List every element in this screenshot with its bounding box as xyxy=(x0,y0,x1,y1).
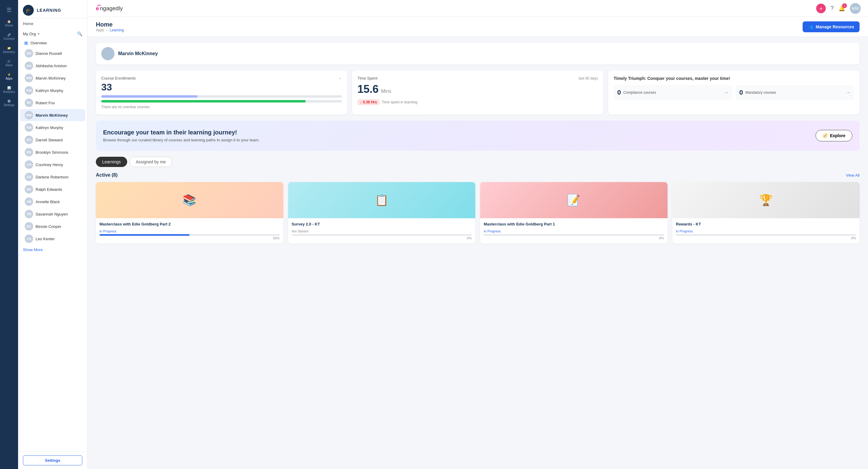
card-status: Not Started xyxy=(292,229,472,233)
logo: e ngagedly xyxy=(95,3,134,13)
time-spent-card: Time Spent last 90 days 15.6 Mins ↓ 0.38… xyxy=(352,70,603,115)
overview-label: Overview xyxy=(30,41,47,45)
sidebar-user-item[interactable]: CH Courtney Henry xyxy=(20,159,85,170)
sidebar-user-name: Brooklyn Simmons xyxy=(36,150,68,155)
nav-directory[interactable]: 📁 Directory xyxy=(0,43,18,57)
sidebar-user-name: Leo Kenter xyxy=(36,237,55,241)
course-card[interactable]: 📋 Survey 2.0 - KT Not Started 0% xyxy=(288,182,475,244)
add-button[interactable]: ＋ xyxy=(816,4,826,13)
hamburger-menu[interactable]: ☰ xyxy=(7,3,11,17)
sidebar-user-item[interactable]: DS Darrell Steward xyxy=(20,134,85,146)
time-spent-badge: ↓ 0.38 Hrs xyxy=(358,99,379,105)
sidebar-user-name: Courtney Henry xyxy=(36,162,63,167)
explore-label: Explore xyxy=(830,133,845,138)
sidebar-user-item[interactable]: RF Robert Fox xyxy=(20,97,85,109)
explore-button[interactable]: 🧭 Explore xyxy=(815,130,852,142)
sidebar-user-name: Dianne Russell xyxy=(36,51,62,56)
sidebar-user-item[interactable]: DR Dianne Russell xyxy=(20,47,85,59)
sidebar-user-item[interactable]: MM Marvin McKinney xyxy=(20,109,85,121)
nav-apps-label: Apps xyxy=(6,77,13,80)
time-unit: Mins xyxy=(381,89,392,94)
show-more-link[interactable]: Show More xyxy=(18,245,87,254)
overview-chart-icon: ▦ xyxy=(24,40,28,45)
avatar: LK xyxy=(25,234,33,243)
home-icon: 🏠 xyxy=(7,20,11,23)
nav-analytics[interactable]: 📊 Analytics xyxy=(0,83,18,96)
course-card[interactable]: 🏆 Rewards - KT In Progress 0% xyxy=(673,182,860,244)
card-title: Masterclass with Edie Goldberg Part 1 xyxy=(484,222,664,227)
avatar: MM xyxy=(25,111,33,119)
sidebar-user-item[interactable]: KM Kathryn Murphy xyxy=(20,84,85,96)
nav-home[interactable]: 🏠 Home xyxy=(0,17,18,30)
sidebar-overview[interactable]: ▦ Overview xyxy=(18,39,87,47)
main-area: e ngagedly ＋ ? 🔔 1 MM Home Apps › Lear xyxy=(87,0,868,469)
card-body: Rewards - KT In Progress 0% xyxy=(673,218,860,244)
tab-learnings[interactable]: Learnings xyxy=(96,157,127,167)
settings-button[interactable]: Settings xyxy=(23,456,82,465)
help-button[interactable]: ? xyxy=(831,5,834,11)
view-all-link[interactable]: View All xyxy=(846,173,860,178)
enrollments-note: There are no overdue courses xyxy=(101,105,342,109)
course-card[interactable]: 📝 Masterclass with Edie Goldberg Part 1 … xyxy=(480,182,668,244)
directory-icon: 📁 xyxy=(7,46,11,50)
nav-apps[interactable]: ⚡ Apps xyxy=(0,70,18,83)
card-progress-bar xyxy=(292,234,472,236)
learning-icon: 🎓 xyxy=(23,5,34,16)
myorg-label: My Org xyxy=(23,32,36,36)
card-progress-bar xyxy=(484,234,664,236)
explore-banner: Encourage your team in their learning jo… xyxy=(96,121,860,151)
nav-store-label: Store xyxy=(5,64,13,67)
sidebar-user-item[interactable]: MM Marvin McKinney xyxy=(20,72,85,84)
sidebar-user-name: Darlene Robertson xyxy=(36,175,68,179)
course-card[interactable]: 📚 Masterclass with Edie Goldberg Part 2 … xyxy=(96,182,283,244)
course-thumbnail: 🏆 xyxy=(673,182,860,218)
notification-badge: 1 xyxy=(842,3,847,8)
sidebar-user-item[interactable]: BS Brooklyn Simmons xyxy=(20,146,85,158)
sidebar-user-item[interactable]: SN Savannah Nguyen xyxy=(20,208,85,220)
time-title: Time Spent xyxy=(358,76,377,81)
enrollments-card: Course Enrollments → 33 There are no ove… xyxy=(96,70,347,115)
timely-card: Timely Triumph: Conquer your courses, ma… xyxy=(608,70,860,115)
breadcrumb-apps[interactable]: Apps xyxy=(96,28,104,32)
compliance-count: 0 xyxy=(617,89,621,96)
sidebar-home-link[interactable]: Home xyxy=(18,19,87,29)
sidebar-user-item[interactable]: KM Kathryn Murphy xyxy=(20,122,85,133)
sidebar-user-item[interactable]: AB Annette Black xyxy=(20,196,85,208)
down-arrow-icon: ↓ xyxy=(360,100,362,104)
card-title: Survey 2.0 - KT xyxy=(292,222,472,227)
nav-connect[interactable]: 🔗 Connect xyxy=(0,30,18,43)
avatar: CH xyxy=(25,160,33,169)
sidebar-user-item[interactable]: RE Ralph Edwards xyxy=(20,183,85,195)
card-status: In Progress xyxy=(484,229,664,233)
sidebar-user-item[interactable]: LK Leo Kenter xyxy=(20,233,85,245)
mandatory-arrow-icon: → xyxy=(846,90,850,95)
content-area: Home Apps › Learning 👥 Manage Resources … xyxy=(87,17,868,469)
manage-resources-button[interactable]: 👥 Manage Resources xyxy=(803,22,860,32)
nav-store[interactable]: 🛒 Store xyxy=(0,57,18,70)
avatar: RE xyxy=(25,185,33,193)
notifications-button[interactable]: 🔔 1 xyxy=(838,5,845,12)
course-thumbnail: 📋 xyxy=(288,182,475,218)
enrollments-progress-purple xyxy=(101,95,197,98)
stats-row: Course Enrollments → 33 There are no ove… xyxy=(96,70,860,115)
compliance-label: Compliance courses xyxy=(623,90,656,95)
sidebar-user-item[interactable]: BC Bessie Cooper xyxy=(20,220,85,232)
user-avatar-lg xyxy=(101,47,115,60)
nav-analytics-label: Analytics xyxy=(3,90,15,93)
user-avatar[interactable]: MM xyxy=(850,3,861,14)
sidebar-user-name: Marvin McKinney xyxy=(36,113,68,118)
mandatory-item[interactable]: 0 Mandatory courses → xyxy=(736,85,854,100)
sidebar-user-item[interactable]: DA Darlene Robertson xyxy=(20,171,85,183)
enrollments-progress-bar xyxy=(101,95,342,98)
search-icon[interactable]: 🔍 xyxy=(77,31,82,36)
compliance-item[interactable]: 0 Compliance courses → xyxy=(614,85,732,100)
store-icon: 🛒 xyxy=(7,60,11,63)
card-title: Masterclass with Edie Goldberg Part 2 xyxy=(99,222,280,227)
tab-assigned-by-me[interactable]: Assigned by me xyxy=(130,157,173,167)
nav-settings[interactable]: ⚙️ Settings xyxy=(0,96,18,110)
enrollments-arrow-icon[interactable]: → xyxy=(338,76,342,81)
avatar: BS xyxy=(25,148,33,156)
user-display-name: Marvin McKinney xyxy=(118,51,158,56)
sidebar-user-item[interactable]: AA Abhilasha Aniston xyxy=(20,60,85,72)
card-body: Masterclass with Edie Goldberg Part 1 In… xyxy=(480,218,668,244)
